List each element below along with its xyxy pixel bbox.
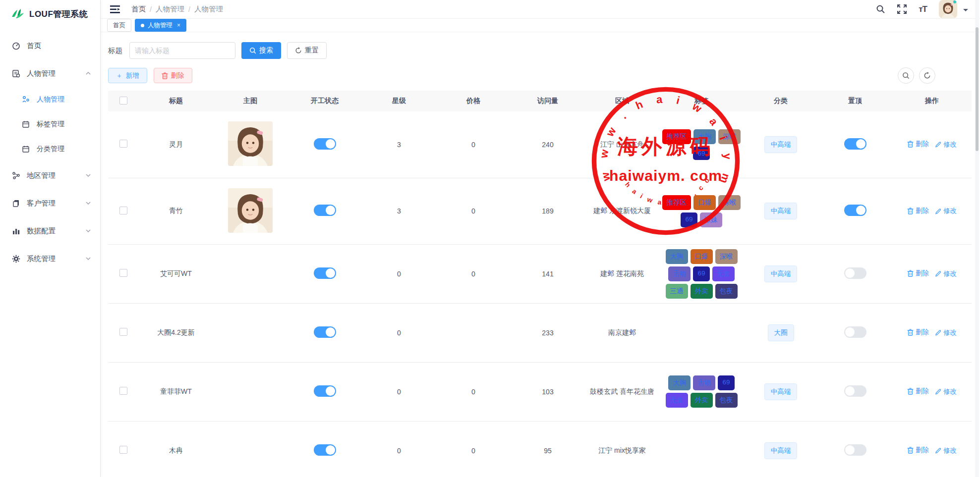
row-delete-link[interactable]: 删除	[907, 207, 929, 215]
row-delete-link[interactable]: 删除	[907, 387, 929, 396]
row-checkbox[interactable]	[119, 140, 127, 148]
tag-chip[interactable]: 口爆	[691, 249, 713, 264]
tab-home[interactable]: 首页	[107, 19, 131, 32]
font-size-icon[interactable]: тT	[919, 4, 927, 14]
work-status-toggle[interactable]	[314, 267, 336, 279]
category-pill[interactable]: 中高端	[764, 136, 798, 153]
row-delete-link[interactable]: 删除	[907, 140, 929, 149]
person-doc-icon	[12, 69, 20, 78]
pin-toggle[interactable]	[844, 267, 866, 279]
work-status-toggle[interactable]	[314, 326, 336, 338]
row-checkbox[interactable]	[119, 328, 127, 336]
pin-toggle[interactable]	[844, 444, 866, 456]
pin-toggle[interactable]	[844, 138, 866, 150]
tag-chip[interactable]: 推荐区	[662, 129, 692, 144]
tag-chip[interactable]: 三通	[666, 284, 688, 299]
sidebar-subitem-person-mgmt[interactable]: 人物管理	[0, 87, 100, 112]
breadcrumb-item[interactable]: 人物管理	[156, 4, 184, 14]
breadcrumb-item[interactable]: 人物管理	[194, 4, 223, 14]
work-status-toggle[interactable]	[314, 205, 336, 216]
column-header: 开工状态	[288, 91, 362, 111]
row-region: 鼓楼玄武 喜年花生唐	[590, 387, 654, 395]
add-button[interactable]: ＋ 新增	[108, 68, 147, 83]
pin-toggle[interactable]	[844, 205, 866, 216]
sidebar-item-customer-mgmt[interactable]: 客户管理	[0, 189, 100, 217]
row-edit-link[interactable]: 修改	[935, 387, 957, 396]
tag-chip[interactable]: 深喉	[718, 129, 741, 144]
category-pill[interactable]: 中高端	[764, 265, 798, 282]
table-search-button[interactable]	[898, 67, 914, 84]
breadcrumb-item[interactable]: 首页	[131, 4, 146, 14]
search-icon[interactable]	[876, 4, 885, 14]
work-status-toggle[interactable]	[314, 444, 336, 456]
delete-button[interactable]: 删除	[154, 68, 192, 83]
work-status-toggle[interactable]	[314, 138, 336, 150]
tag-chip[interactable]: 舌吻	[693, 375, 715, 390]
row-delete-link[interactable]: 删除	[907, 269, 929, 278]
tag-chip[interactable]: 包夜	[715, 393, 738, 408]
category-pill[interactable]: 中高端	[764, 203, 798, 219]
tag-chip[interactable]: 外卖	[691, 393, 713, 408]
topbar: 首页 / 人物管理 / 人物管理 тT	[101, 0, 980, 19]
sidebar-subitem-tag-mgmt[interactable]: 标签管理	[0, 112, 100, 137]
tab-person-mgmt[interactable]: 人物管理 ×	[135, 19, 186, 32]
category-pill[interactable]: 大圈	[768, 324, 794, 341]
row-checkbox[interactable]	[119, 269, 127, 277]
tag-chip[interactable]: 69	[693, 147, 709, 160]
row-delete-link[interactable]: 删除	[907, 446, 929, 455]
category-pill[interactable]: 中高端	[764, 442, 798, 459]
select-all-checkbox[interactable]	[119, 97, 127, 105]
add-button-label: 新增	[126, 71, 139, 80]
row-title: 艾可可WT	[160, 269, 192, 277]
sidebar-item-person-mgmt[interactable]: 人物管理	[0, 59, 100, 87]
tag-chip[interactable]: 深喉	[718, 195, 741, 210]
title-search-input[interactable]	[129, 42, 235, 59]
tag-chip[interactable]: 69	[718, 375, 734, 390]
sidebar-item-data-config[interactable]: 数据配置	[0, 217, 100, 245]
work-status-toggle[interactable]	[314, 385, 336, 397]
row-edit-link[interactable]: 修改	[935, 328, 957, 337]
tag-chip[interactable]: 嫩妹	[700, 212, 722, 227]
tab-close-icon[interactable]: ×	[177, 22, 180, 29]
row-visits: 233	[542, 329, 553, 337]
user-avatar[interactable]	[939, 0, 957, 18]
sidebar-item-region-mgmt[interactable]: 地区管理	[0, 161, 100, 189]
category-pill[interactable]: 中高端	[764, 383, 798, 400]
pin-toggle[interactable]	[844, 385, 866, 397]
tag-chip[interactable]: 大胸	[666, 249, 688, 264]
sidebar-item-system-mgmt[interactable]: 系统管理	[0, 245, 100, 272]
page-scrollbar[interactable]	[975, 0, 979, 477]
tag-chip[interactable]: 大胸	[693, 129, 716, 144]
row-edit-link[interactable]: 修改	[935, 269, 957, 278]
row-checkbox[interactable]	[119, 207, 127, 214]
row-edit-link[interactable]: 修改	[935, 207, 957, 215]
menu-collapse-icon[interactable]	[110, 4, 120, 14]
tag-chip[interactable]: 69	[693, 266, 709, 281]
row-visits: 240	[542, 141, 553, 149]
row-delete-link[interactable]: 删除	[907, 328, 929, 337]
tag-chip[interactable]: 深喉	[715, 249, 738, 264]
pin-toggle[interactable]	[844, 326, 866, 338]
tag-chip[interactable]: 包夜	[715, 284, 738, 299]
row-checkbox[interactable]	[119, 446, 127, 454]
tag-chip[interactable]: 外卖	[691, 284, 713, 299]
sidebar-item-home[interactable]: 首页	[0, 32, 100, 59]
sidebar-subitem-category-mgmt[interactable]: 分类管理	[0, 137, 100, 161]
tag-chip[interactable]: 舌吻	[668, 266, 691, 281]
table-refresh-button[interactable]	[919, 67, 935, 84]
tag-chip[interactable]: 无套	[666, 393, 688, 408]
tag-chip[interactable]: 推荐区	[662, 195, 692, 210]
reset-button[interactable]: 重置	[287, 42, 327, 59]
search-button[interactable]: 搜索	[241, 42, 281, 59]
row-edit-link[interactable]: 修改	[935, 140, 957, 149]
row-edit-link[interactable]: 修改	[935, 446, 957, 455]
fullscreen-icon[interactable]	[897, 4, 907, 14]
tag-chip[interactable]: 69	[681, 212, 697, 227]
tag-chip[interactable]: 口爆	[693, 195, 716, 210]
tag-chip[interactable]: 无套	[712, 266, 735, 281]
row-checkbox[interactable]	[119, 387, 127, 395]
tag-chip[interactable]: 大胸	[668, 375, 691, 390]
scrollbar-thumb[interactable]	[976, 27, 979, 151]
user-menu-caret-icon[interactable]	[963, 9, 968, 14]
table-tools	[898, 67, 973, 84]
